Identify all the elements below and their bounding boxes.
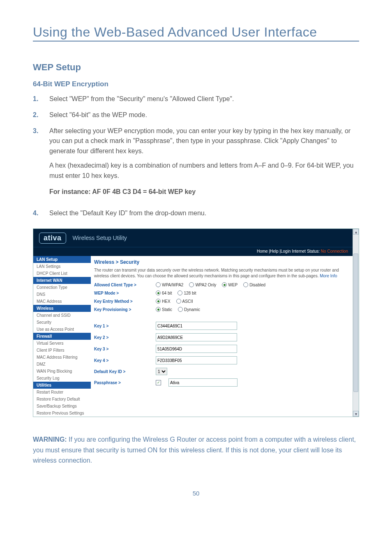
- scrollbar[interactable]: ▴ ▾: [353, 229, 359, 417]
- warning-paragraph: WARNING: If you are configuring the Wire…: [33, 434, 359, 466]
- warning-label: WARNING:: [33, 436, 67, 443]
- field-label: Default Key ID >: [94, 369, 156, 374]
- field-label: Key Entry Method >: [94, 299, 156, 304]
- nav-group: Firewall: [33, 333, 91, 340]
- radio-wpa2only[interactable]: WPA2 Only: [189, 282, 216, 287]
- nav-item[interactable]: Restore Previous Settings: [33, 410, 91, 417]
- passphrase-input[interactable]: [168, 378, 238, 387]
- router-ui-screenshot: ▴ ▾ ativa Wireless Setup Utility Home |H…: [33, 228, 359, 417]
- radio-64bit[interactable]: 64 bit: [156, 290, 172, 295]
- step-text: After selecting your WEP encryption mode…: [49, 127, 350, 155]
- key1-input[interactable]: [156, 322, 237, 330]
- nav-group: Wireless: [33, 305, 91, 312]
- step-text: Select the "Default Key ID" from the dro…: [49, 208, 359, 219]
- field-label: Key 1 >: [94, 324, 156, 328]
- topbar-links[interactable]: Home |Help |Login: [257, 249, 291, 253]
- field-label: Key Provisioning >: [94, 307, 156, 312]
- nav-item[interactable]: Security: [33, 319, 91, 326]
- top-subbar: Home |Help |Login Internet Status: No Co…: [33, 247, 353, 256]
- key3-input[interactable]: [156, 345, 237, 353]
- radio-hex[interactable]: HEX: [156, 299, 171, 304]
- radio-wep[interactable]: WEP: [222, 282, 238, 287]
- nav-item[interactable]: DHCP Client List: [33, 270, 91, 277]
- default-key-select[interactable]: 1: [156, 368, 167, 375]
- breadcrumb: Wireless > Security: [94, 259, 347, 265]
- step-number: 2.: [33, 110, 49, 120]
- scroll-down-icon[interactable]: ▾: [353, 411, 359, 417]
- radio-dynamic[interactable]: Dynamic: [178, 307, 200, 312]
- more-info-link[interactable]: More Info: [320, 274, 337, 278]
- page-title: Using the Web-Based Advanced User Interf…: [33, 25, 359, 41]
- nav-item[interactable]: Save/Backup Settings: [33, 403, 91, 410]
- router-header: ativa Wireless Setup Utility: [33, 229, 353, 247]
- nav-group: LAN Setup: [33, 256, 91, 263]
- field-label: Allowed Client Type >: [94, 283, 156, 287]
- nav-item[interactable]: Security Log: [33, 375, 91, 382]
- nav-item[interactable]: WAN Ping Blocking: [33, 368, 91, 375]
- nav-item[interactable]: Restart Router: [33, 389, 91, 396]
- field-label: Key 4 >: [94, 358, 156, 363]
- step-number: 3.: [33, 126, 49, 203]
- field-label: Passphrase >: [94, 380, 156, 385]
- nav-item[interactable]: Channel and SSID: [33, 312, 91, 319]
- passphrase-checkbox[interactable]: [156, 380, 161, 385]
- nav-item[interactable]: Connection Type: [33, 284, 91, 291]
- nav-item[interactable]: LAN Settings: [33, 263, 91, 270]
- section-heading: WEP Setup: [33, 62, 359, 73]
- nav-group: Internet WAN: [33, 277, 91, 284]
- nav-item[interactable]: MAC Address Filtering: [33, 354, 91, 361]
- step-number: 4.: [33, 208, 49, 219]
- nav-item[interactable]: Virtual Servers: [33, 340, 91, 347]
- radio-ascii[interactable]: ASCII: [176, 299, 193, 304]
- radio-disabled[interactable]: Disabled: [243, 282, 265, 287]
- radio-wpa[interactable]: WPA/WPA2: [156, 282, 183, 287]
- desc-text: The router can transmit your data secure…: [94, 268, 339, 278]
- step-text: Select "WEP" from the "Security" menu's …: [49, 94, 359, 104]
- nav-item[interactable]: DNS: [33, 291, 91, 298]
- utility-title: Wireless Setup Utility: [73, 235, 127, 241]
- example-key-note: For instance: AF 0F 4B C3 D4 = 64-bit WE…: [49, 187, 359, 197]
- nav-group: Utilities: [33, 382, 91, 389]
- step-text: Select "64-bit" as the WEP mode.: [49, 110, 359, 120]
- nav-item[interactable]: MAC Address: [33, 298, 91, 305]
- page-number: 50: [33, 490, 359, 497]
- key4-input[interactable]: [156, 356, 237, 364]
- field-label: WEP Mode >: [94, 291, 156, 295]
- brand-logo: ativa: [39, 233, 66, 244]
- nav-item[interactable]: Restore Factory Default: [33, 396, 91, 403]
- nav-item[interactable]: DMZ: [33, 361, 91, 368]
- scroll-up-icon[interactable]: ▴: [353, 229, 359, 235]
- step-paragraph: A hex (hexadecimal) key is a combination…: [49, 161, 359, 181]
- panel-description: The router can transmit your data secure…: [94, 267, 347, 279]
- status-label: Internet Status:: [292, 249, 320, 253]
- scroll-thumb[interactable]: [353, 253, 358, 392]
- nav-item[interactable]: Use as Access Point: [33, 326, 91, 333]
- subsection-heading: 64-Bit WEP Encryption: [33, 80, 359, 88]
- field-label: Key 2 >: [94, 335, 156, 340]
- radio-128bit[interactable]: 128 bit: [178, 290, 196, 295]
- warning-text: If you are configuring the Wireless G Ro…: [33, 436, 356, 464]
- step-number: 1.: [33, 94, 49, 104]
- side-nav: LAN Setup LAN Settings DHCP Client List …: [33, 256, 91, 417]
- step-list: 1.Select "WEP" from the "Security" menu'…: [33, 94, 359, 219]
- main-panel: Wireless > Security The router can trans…: [91, 256, 353, 417]
- key2-input[interactable]: [156, 333, 237, 341]
- nav-item[interactable]: Client IP Filters: [33, 347, 91, 354]
- field-label: Key 3 >: [94, 347, 156, 351]
- status-value: No Connection: [321, 249, 348, 253]
- radio-static[interactable]: Static: [156, 307, 172, 312]
